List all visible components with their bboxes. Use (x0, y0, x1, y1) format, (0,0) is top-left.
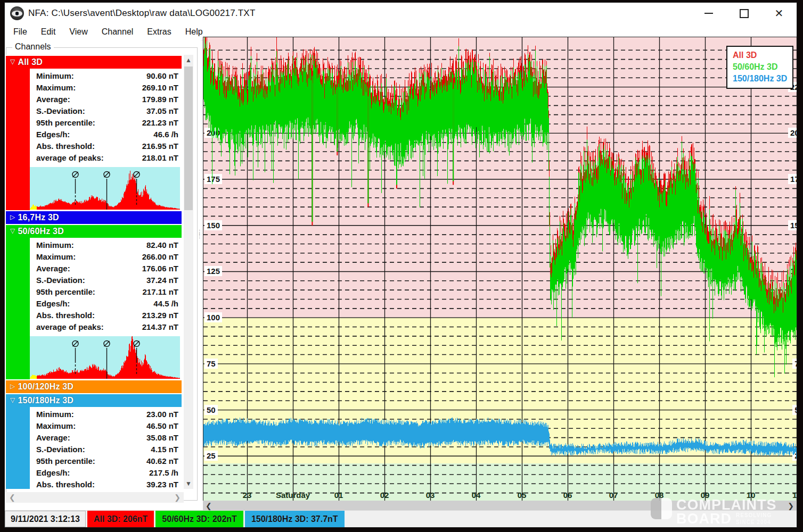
stat-label: 95th percentile: (30, 287, 95, 296)
stat-label: Average: (30, 95, 70, 104)
scroll-down-icon[interactable]: ▼ (184, 478, 193, 489)
close-icon: ✕ (775, 8, 784, 19)
stat-row: Minimum:90.60 nT (30, 70, 182, 81)
channel-color-bar (6, 69, 30, 167)
stat-value: 218.01 nT (142, 153, 182, 162)
channel-stats-block: Minimum:90.60 nTMaximum:269.10 nTAverage… (6, 69, 182, 167)
stat-label: Abs. threshold: (30, 311, 95, 320)
stat-label: Minimum: (30, 71, 74, 80)
menu-item-help[interactable]: Help (185, 27, 203, 37)
channel-color-bar (6, 238, 30, 336)
stat-row: average of peaks:218.01 nT (30, 152, 182, 163)
stat-label: Maximum: (30, 421, 76, 430)
stat-row: Edges/h:44.5 /h (30, 297, 182, 309)
channels-vertical-scrollbar[interactable]: ▲ ▼ (184, 55, 193, 489)
stat-label: Abs. threshold: (30, 142, 95, 151)
channel-color-bar (6, 167, 30, 210)
menu-item-extras[interactable]: Extras (147, 27, 171, 37)
stat-row: Maximum:269.10 nT (30, 81, 182, 93)
maximize-icon (740, 9, 749, 18)
stat-value: 37.05 nT (146, 106, 182, 115)
status-badge: All 3D: 206nT (87, 511, 154, 527)
channel-header-all-3d[interactable]: ▽All 3D (6, 56, 182, 69)
collapse-triangle-icon: ▽ (10, 227, 15, 235)
status-badge: 50/60Hz 3D: 202nT (155, 511, 243, 527)
stat-value: 37.24 nT (146, 276, 182, 285)
channel-color-bar (6, 407, 30, 489)
app-eye-icon (10, 6, 24, 20)
stat-row: Maximum:266.00 nT (30, 251, 182, 262)
stat-row: Minimum:23.00 nT (30, 408, 182, 420)
stat-label: Edges/h: (30, 468, 70, 477)
menu-item-channel[interactable]: Channel (102, 27, 134, 37)
channel-header-150-180hz-3d[interactable]: ▽150/180Hz 3D (6, 394, 182, 407)
stat-value: 217.5 /h (149, 468, 182, 477)
channels-panel: Channels ▽All 3DMinimum:90.60 nTMaximum:… (5, 40, 201, 510)
legend-entry: 150/180Hz 3D (733, 73, 787, 85)
stat-label: S.-Deviation: (30, 106, 85, 115)
panel-splitter-handle[interactable]: ⁚⁚⁚ (199, 231, 202, 253)
chart-plot-area: 2252252002001751751501501251251001007575… (203, 37, 797, 503)
stat-label: Average: (30, 264, 70, 273)
stat-row: Abs. threshold:213.29 nT (30, 309, 182, 321)
expand-triangle-icon: ▷ (10, 383, 15, 390)
minimize-button[interactable] (691, 3, 726, 24)
channel-name: 50/60Hz 3D (18, 227, 64, 236)
channel-header-16-7hz-3d[interactable]: ▷16,7Hz 3D (6, 211, 182, 224)
stat-label: S.-Deviation: (30, 276, 85, 285)
stat-value: 90.60 nT (146, 71, 182, 80)
stat-label: Minimum: (30, 240, 74, 250)
scrollbar-thumb[interactable] (184, 66, 193, 210)
stat-row: Edges/h:217.5 /h (30, 467, 182, 478)
scroll-right-icon[interactable]: ❯ (788, 502, 794, 510)
window-controls: ✕ (691, 3, 797, 24)
channels-horizontal-scrollbar[interactable]: ❮ ❯ (6, 492, 184, 503)
stat-row: Maximum:46.50 nT (30, 420, 182, 431)
stat-value: 4.15 nT (151, 445, 182, 454)
stat-label: Edges/h: (30, 130, 70, 139)
stat-value: 176.06 nT (142, 264, 182, 273)
stat-value: 269.10 nT (142, 83, 182, 92)
stat-row: Average:176.06 nT (30, 262, 182, 274)
scroll-left-icon[interactable]: ❮ (206, 502, 212, 510)
stat-row: 95th percentile:40.62 nT (30, 455, 182, 467)
stat-value: 221.23 nT (142, 118, 182, 127)
stat-value: 23.00 nT (146, 410, 182, 419)
channel-header-50-60hz-3d[interactable]: ▽50/60Hz 3D (6, 225, 182, 238)
channel-histogram (6, 167, 182, 210)
channel-name: All 3D (18, 57, 43, 67)
stat-value: 40.62 nT (146, 456, 182, 466)
channel-list: ▽All 3DMinimum:90.60 nTMaximum:269.10 nT… (6, 55, 183, 489)
menu-item-file[interactable]: File (13, 27, 27, 37)
stat-value: 217.11 nT (142, 287, 182, 296)
stat-value: 46.6 /h (153, 130, 182, 139)
stat-value: 214.37 nT (142, 322, 182, 331)
stat-value: 82.40 nT (146, 240, 182, 250)
chart-legend: All 3D50/60Hz 3D150/180Hz 3D (726, 46, 793, 89)
scroll-right-icon[interactable]: ❯ (174, 493, 181, 502)
stat-value: 44.5 /h (153, 299, 182, 308)
status-badge: 150/180Hz 3D: 37.7nT (245, 511, 345, 527)
channel-name: 150/180Hz 3D (18, 396, 73, 405)
menu-item-edit[interactable]: Edit (41, 27, 56, 37)
channel-header-100-120hz-3d[interactable]: ▷100/120Hz 3D (6, 380, 182, 393)
trace-canvas (203, 37, 797, 502)
stat-label: Maximum: (30, 83, 76, 92)
close-button[interactable]: ✕ (761, 3, 797, 24)
stat-row: 95th percentile:221.23 nT (30, 117, 182, 128)
status-badges: All 3D: 206nT50/60Hz 3D: 202nT150/180Hz … (86, 511, 345, 527)
scroll-left-icon[interactable]: ❮ (9, 493, 15, 502)
legend-entry: 50/60Hz 3D (733, 61, 787, 73)
stat-row: S.-Deviation:37.24 nT (30, 274, 182, 286)
stat-row: average of peaks:214.37 nT (30, 321, 182, 332)
stat-value: 179.89 nT (142, 95, 182, 104)
stat-row: Average:179.89 nT (30, 93, 182, 105)
stat-label: 95th percentile: (30, 456, 95, 466)
menu-item-view[interactable]: View (69, 27, 87, 37)
scroll-up-icon[interactable]: ▲ (184, 55, 193, 65)
title-bar: NFA: C:\Users\avent\Desktop\raw data\LOG… (5, 3, 797, 24)
stat-label: Edges/h: (30, 299, 70, 308)
maximize-button[interactable] (726, 3, 761, 24)
app-window: NFA: C:\Users\avent\Desktop\raw data\LOG… (4, 2, 797, 528)
stat-label: 95th percentile: (30, 118, 95, 127)
